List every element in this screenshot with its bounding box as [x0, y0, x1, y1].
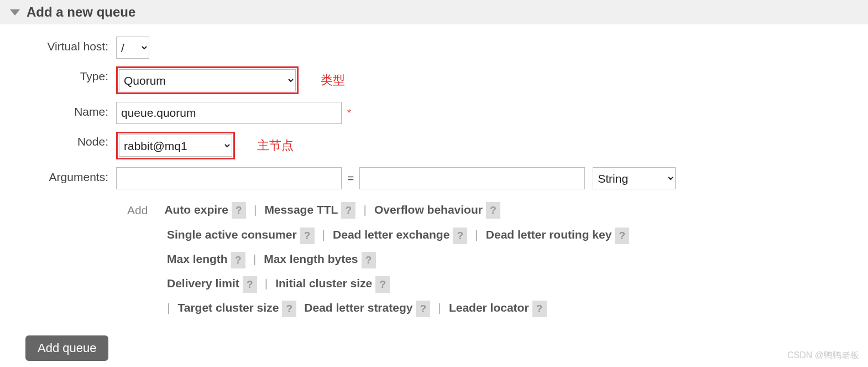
help-dead-letter-routing-key[interactable]: Dead letter routing key? — [486, 223, 630, 247]
help-icon[interactable]: ? — [232, 202, 246, 219]
node-annotation: 主节点 — [257, 137, 294, 154]
node-label: Node: — [0, 132, 116, 148]
help-icon[interactable]: ? — [375, 276, 390, 293]
help-icon[interactable]: ? — [300, 228, 315, 244]
separator: | — [253, 247, 256, 271]
separator: | — [167, 296, 170, 320]
help-icon[interactable]: ? — [416, 301, 430, 317]
argument-type-select[interactable]: String — [593, 167, 676, 189]
help-icon[interactable]: ? — [282, 301, 296, 317]
vhost-select[interactable]: / — [116, 37, 149, 59]
section-title: Add a new queue — [27, 4, 135, 20]
help-icon[interactable]: ? — [341, 202, 355, 219]
separator: | — [475, 223, 478, 247]
help-icon[interactable]: ? — [453, 228, 467, 244]
help-target-cluster-size[interactable]: Target cluster size? — [177, 296, 296, 320]
help-auto-expire[interactable]: Auto expire? — [164, 198, 246, 222]
help-max-length[interactable]: Max length? — [167, 247, 245, 271]
help-message-ttl[interactable]: Message TTL? — [264, 198, 355, 222]
required-mark: * — [347, 107, 351, 119]
separator: | — [254, 198, 257, 222]
type-label: Type: — [0, 66, 116, 83]
help-single-active-consumer[interactable]: Single active consumer? — [167, 223, 315, 247]
type-select[interactable]: Quorum — [119, 69, 296, 91]
help-dead-letter-strategy[interactable]: Dead letter strategy? — [304, 296, 430, 320]
separator: | — [363, 198, 366, 222]
section-header[interactable]: Add a new queue — [0, 0, 868, 24]
help-icon[interactable]: ? — [362, 252, 376, 268]
help-dead-letter-exchange[interactable]: Dead letter exchange? — [333, 223, 467, 247]
name-label: Name: — [0, 102, 116, 118]
separator: | — [265, 271, 268, 296]
arguments-help-row: Add Auto expire? | Message TTL? | Overfl… — [127, 197, 824, 320]
name-input[interactable] — [116, 102, 342, 124]
help-icon[interactable]: ? — [615, 228, 629, 244]
equals-sign: = — [347, 172, 354, 185]
help-max-length-bytes[interactable]: Max length bytes? — [264, 247, 375, 271]
help-delivery-limit[interactable]: Delivery limit? — [167, 271, 257, 296]
argument-key-input[interactable] — [116, 167, 342, 189]
type-annotation: 类型 — [321, 72, 345, 89]
help-icon[interactable]: ? — [231, 252, 245, 268]
help-initial-cluster-size[interactable]: Initial cluster size? — [275, 271, 390, 296]
argument-value-input[interactable] — [359, 167, 585, 189]
separator: | — [322, 223, 325, 247]
watermark: CSDN @鸭鸭老板 — [787, 350, 859, 361]
vhost-label: Virtual host: — [0, 37, 116, 53]
help-icon[interactable]: ? — [532, 301, 547, 317]
help-icon[interactable]: ? — [243, 276, 257, 293]
add-queue-form: Virtual host: / Type: Quorum 类型 Name: * … — [0, 37, 868, 361]
separator: | — [438, 296, 441, 320]
type-highlight-box: Quorum — [116, 66, 299, 94]
help-leader-locator[interactable]: Leader locator? — [449, 296, 547, 320]
add-queue-button[interactable]: Add queue — [25, 335, 108, 361]
arguments-label: Arguments: — [0, 167, 116, 184]
help-icon[interactable]: ? — [486, 202, 500, 219]
add-label: Add — [127, 197, 148, 223]
node-highlight-box: rabbit@mq1 — [116, 132, 235, 159]
node-select[interactable]: rabbit@mq1 — [119, 135, 232, 157]
chevron-down-icon — [10, 9, 20, 15]
help-overflow-behaviour[interactable]: Overflow behaviour? — [374, 198, 500, 222]
